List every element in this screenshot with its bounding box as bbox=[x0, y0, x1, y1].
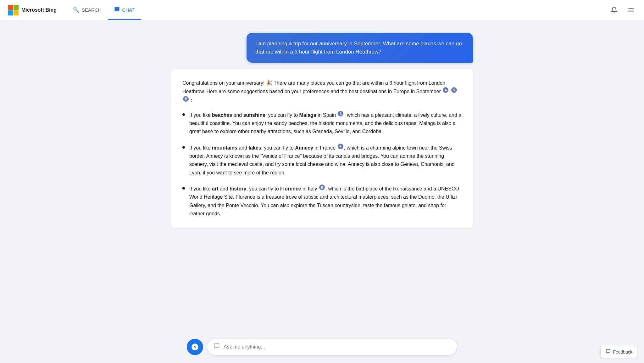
ai-response-card: Congratulations on your anniversary! 🎉 T… bbox=[171, 69, 473, 228]
cite-badge-1[interactable]: 1 bbox=[338, 111, 343, 116]
keyword-mountains: mountains bbox=[212, 145, 237, 150]
response-list: If you like beaches and sunshine, you ca… bbox=[182, 111, 462, 218]
header: Microsoft Bing 🔍 SEARCH CHAT bbox=[0, 0, 644, 20]
cite-badge-4[interactable]: 4 bbox=[443, 87, 448, 93]
svg-rect-1 bbox=[14, 5, 19, 10]
feedback-button[interactable]: Feedback bbox=[600, 346, 638, 358]
search-nav-icon: 🔍 bbox=[73, 7, 79, 13]
user-message-bubble: I am planning a trip for our anniversary… bbox=[247, 33, 473, 63]
logo-text: Microsoft Bing bbox=[21, 7, 57, 13]
menu-button[interactable] bbox=[626, 5, 636, 15]
feedback-label: Feedback bbox=[613, 349, 632, 354]
main-nav: 🔍 SEARCH CHAT bbox=[67, 0, 609, 20]
feedback-icon bbox=[606, 349, 611, 355]
nav-item-chat[interactable]: CHAT bbox=[108, 0, 141, 20]
bullet-icon bbox=[182, 187, 185, 190]
svg-rect-3 bbox=[14, 10, 19, 15]
bullet-icon bbox=[182, 146, 185, 149]
keyword-sunshine: sunshine bbox=[243, 112, 265, 118]
input-chat-icon bbox=[214, 343, 220, 351]
nav-chat-label: CHAT bbox=[122, 7, 135, 13]
nav-search-label: SEARCH bbox=[82, 7, 102, 13]
cite-badge-6b[interactable]: 6 bbox=[319, 184, 325, 190]
logo-area[interactable]: Microsoft Bing bbox=[8, 4, 57, 16]
input-area bbox=[0, 333, 644, 363]
keyword-beaches: beaches bbox=[212, 112, 232, 118]
list-item: If you like mountains and lakes, you can… bbox=[182, 144, 462, 177]
list-item: If you like art and history, you can fly… bbox=[182, 184, 462, 218]
bing-logo-icon bbox=[8, 4, 19, 16]
bing-chat-avatar[interactable] bbox=[187, 339, 203, 355]
keyword-history: history bbox=[230, 186, 246, 191]
svg-rect-0 bbox=[8, 5, 13, 10]
bullet-icon bbox=[182, 113, 185, 116]
input-wrapper bbox=[187, 338, 457, 355]
ai-intro-body: Congratulations on your anniversary! 🎉 T… bbox=[182, 80, 445, 94]
list-item-text: If you like mountains and lakes, you can… bbox=[189, 144, 462, 177]
keyword-lakes: lakes bbox=[249, 145, 261, 150]
svg-rect-2 bbox=[8, 10, 13, 15]
nav-item-search[interactable]: 🔍 SEARCH bbox=[67, 1, 108, 19]
destination-florence: Florence bbox=[280, 186, 301, 191]
list-item-text: If you like art and history, you can fly… bbox=[189, 184, 462, 218]
destination-annecy: Annecy bbox=[295, 145, 313, 150]
notification-button[interactable] bbox=[609, 5, 619, 15]
ai-intro-text: Congratulations on your anniversary! 🎉 T… bbox=[182, 79, 462, 105]
header-right bbox=[609, 5, 636, 15]
cite-badge-4b[interactable]: 4 bbox=[338, 144, 343, 149]
text-input-container[interactable] bbox=[207, 338, 457, 355]
bing-avatar-icon bbox=[191, 343, 199, 351]
list-item: If you like beaches and sunshine, you ca… bbox=[182, 111, 462, 136]
chat-nav-icon bbox=[114, 7, 120, 14]
cite-badge-5[interactable]: 5 bbox=[451, 87, 457, 93]
destination-malaga: Malaga bbox=[299, 112, 316, 118]
intro-colon: : bbox=[191, 97, 192, 103]
main-content: I am planning a trip for our anniversary… bbox=[165, 20, 479, 363]
chat-input[interactable] bbox=[224, 344, 451, 350]
keyword-art: art bbox=[212, 186, 218, 191]
list-item-text: If you like beaches and sunshine, you ca… bbox=[189, 111, 462, 136]
cite-badge-6[interactable]: 6 bbox=[183, 96, 189, 102]
user-message-text: I am planning a trip for our anniversary… bbox=[255, 41, 462, 55]
